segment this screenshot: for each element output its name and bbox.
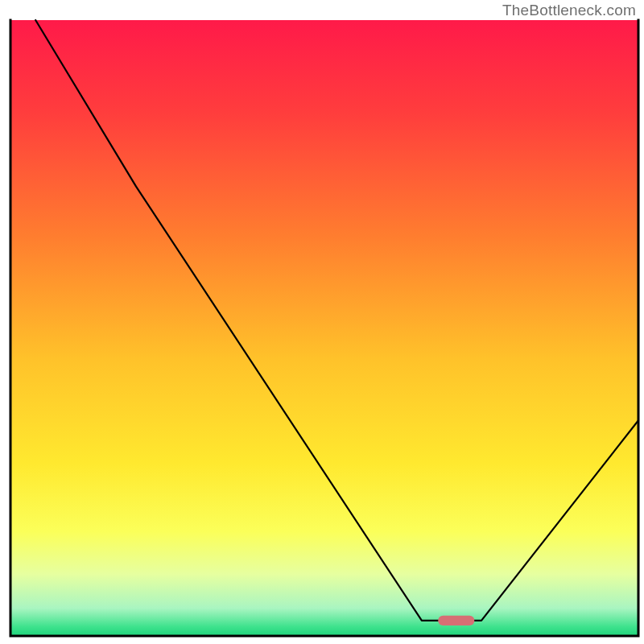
watermark-text: TheBottleneck.com (502, 2, 636, 19)
plot-background (10, 20, 638, 636)
chart-svg (0, 0, 644, 644)
optimum-marker (438, 616, 474, 625)
chart-container: TheBottleneck.com (0, 0, 644, 644)
